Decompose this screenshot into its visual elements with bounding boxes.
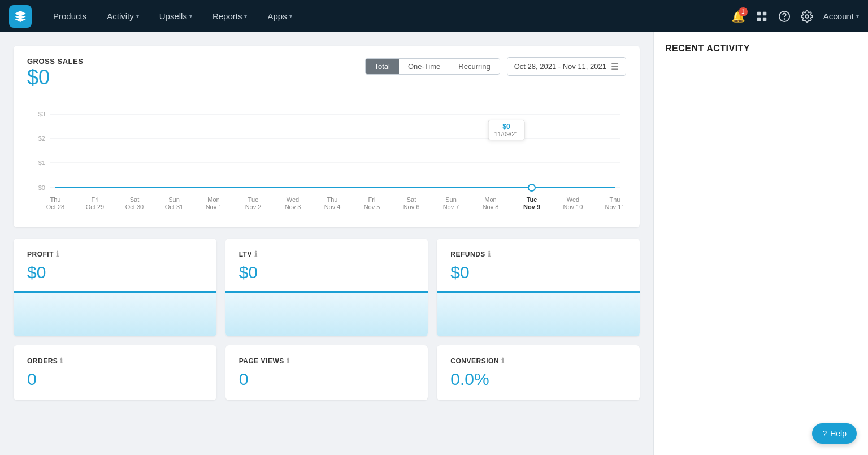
metrics-row: PROFIT ℹ $0 LTV ℹ $0 REFUNDS ℹ $0 xyxy=(14,239,640,336)
ltv-chart xyxy=(225,291,428,336)
grid-icon-button[interactable] xyxy=(756,10,768,23)
svg-text:Nov 8: Nov 8 xyxy=(483,203,499,210)
svg-text:Oct 30: Oct 30 xyxy=(125,203,144,210)
svg-text:Wed: Wed xyxy=(567,196,579,203)
nav-items: Products Activity ▾ Upsells ▾ Reports ▾ … xyxy=(43,0,731,32)
account-menu-button[interactable]: Account ▾ xyxy=(823,11,859,21)
chart-area: $3 $2 $1 $0 Thu Oct 28 Fri Oct 29 Sat Oc… xyxy=(27,103,626,216)
nav-item-apps[interactable]: Apps ▾ xyxy=(257,0,302,32)
nav-item-activity[interactable]: Activity ▾ xyxy=(97,0,149,32)
svg-text:Wed: Wed xyxy=(287,196,299,203)
tab-total[interactable]: Total xyxy=(366,59,399,74)
svg-text:Oct 31: Oct 31 xyxy=(165,203,183,210)
help-label: Help xyxy=(830,429,847,438)
settings-icon-button[interactable] xyxy=(801,10,813,23)
menu-lines-icon: ☰ xyxy=(611,61,619,72)
svg-text:Nov 5: Nov 5 xyxy=(364,203,380,210)
sidebar-right: RECENT ACTIVITY xyxy=(653,32,868,455)
orders-row: ORDERS ℹ 0 PAGE VIEWS ℹ 0 CONVERSION ℹ 0… xyxy=(14,345,640,400)
svg-text:Nov 7: Nov 7 xyxy=(443,203,459,210)
dashboard: GROSS SALES $0 Total One-Time Recurring … xyxy=(0,32,653,455)
nav-item-upsells[interactable]: Upsells ▾ xyxy=(149,0,202,32)
header-controls: Total One-Time Recurring Oct 28, 2021 - … xyxy=(365,57,626,76)
svg-text:Nov 1: Nov 1 xyxy=(206,203,222,210)
ltv-label: LTV ℹ xyxy=(239,250,415,258)
help-circle-icon: ? xyxy=(822,429,827,438)
orders-label: ORDERS ℹ xyxy=(27,357,203,365)
svg-text:Sat: Sat xyxy=(130,196,140,203)
logo-icon xyxy=(14,10,27,23)
profit-chart xyxy=(14,291,216,336)
chevron-down-icon: ▾ xyxy=(289,13,292,19)
svg-text:Nov 3: Nov 3 xyxy=(285,203,301,210)
conversion-value: 0.0% xyxy=(450,370,626,389)
help-icon-button[interactable] xyxy=(778,10,791,23)
grid-icon xyxy=(756,10,768,23)
profit-label: PROFIT ℹ xyxy=(27,250,203,258)
profit-card: PROFIT ℹ $0 xyxy=(14,239,216,336)
conversion-card: CONVERSION ℹ 0.0% xyxy=(437,345,640,400)
svg-rect-1 xyxy=(763,11,766,15)
date-range-button[interactable]: Oct 28, 2021 - Nov 11, 2021 ☰ xyxy=(507,57,626,76)
card-header: GROSS SALES $0 Total One-Time Recurring … xyxy=(27,57,626,98)
svg-text:Sun: Sun xyxy=(168,196,180,203)
svg-text:Tue: Tue xyxy=(527,196,537,203)
help-button[interactable]: ? Help xyxy=(812,423,857,444)
chevron-down-icon: ▾ xyxy=(244,13,247,19)
svg-text:Fri: Fri xyxy=(368,196,376,203)
gross-sales-card: GROSS SALES $0 Total One-Time Recurring … xyxy=(14,46,640,227)
svg-rect-0 xyxy=(757,11,761,15)
svg-text:Oct 28: Oct 28 xyxy=(46,203,64,210)
svg-text:Nov 11: Nov 11 xyxy=(605,203,625,210)
svg-text:$0: $0 xyxy=(38,184,45,191)
svg-text:Mon: Mon xyxy=(484,196,496,203)
refunds-value: $0 xyxy=(450,263,626,282)
refunds-label: REFUNDS ℹ xyxy=(450,250,626,258)
refunds-chart xyxy=(437,291,640,336)
page-views-label: PAGE VIEWS ℹ xyxy=(239,357,415,365)
svg-text:Sat: Sat xyxy=(407,196,416,203)
nav-item-products[interactable]: Products xyxy=(43,0,97,32)
info-icon[interactable]: ℹ xyxy=(488,250,491,258)
info-icon[interactable]: ℹ xyxy=(501,357,505,365)
profit-value: $0 xyxy=(27,263,203,282)
svg-rect-2 xyxy=(757,17,761,20)
tab-one-time[interactable]: One-Time xyxy=(399,59,449,74)
orders-value: 0 xyxy=(27,370,203,389)
orders-card: ORDERS ℹ 0 xyxy=(14,345,216,400)
data-point xyxy=(528,184,535,191)
svg-point-5 xyxy=(784,19,784,19)
page-views-card: PAGE VIEWS ℹ 0 xyxy=(225,345,428,400)
svg-text:Fri: Fri xyxy=(92,196,99,203)
date-range-text: Oct 28, 2021 - Nov 11, 2021 xyxy=(514,62,606,71)
info-icon[interactable]: ℹ xyxy=(56,250,59,258)
navbar: Products Activity ▾ Upsells ▾ Reports ▾ … xyxy=(0,0,868,32)
info-icon[interactable]: ℹ xyxy=(287,357,290,365)
svg-text:Mon: Mon xyxy=(207,196,219,203)
info-icon[interactable]: ℹ xyxy=(254,250,258,258)
svg-rect-3 xyxy=(763,17,766,20)
svg-text:Nov 9: Nov 9 xyxy=(523,203,540,210)
svg-text:Nov 6: Nov 6 xyxy=(403,203,420,210)
info-icon[interactable]: ℹ xyxy=(60,357,63,365)
svg-text:Oct 29: Oct 29 xyxy=(86,203,104,210)
chevron-down-icon: ▾ xyxy=(136,13,139,19)
notification-badge: 1 xyxy=(739,7,748,16)
nav-right: 🔔 1 Account ▾ xyxy=(731,10,859,23)
gross-sales-label: GROSS SALES xyxy=(27,57,83,66)
svg-text:Sun: Sun xyxy=(445,196,457,203)
svg-text:Tue: Tue xyxy=(248,196,259,203)
chevron-down-icon: ▾ xyxy=(856,13,859,19)
svg-text:Thu: Thu xyxy=(50,196,61,203)
logo[interactable] xyxy=(9,5,32,28)
svg-text:Thu: Thu xyxy=(610,196,620,203)
sales-chart: $3 $2 $1 $0 Thu Oct 28 Fri Oct 29 Sat Oc… xyxy=(27,103,626,216)
notification-bell-button[interactable]: 🔔 1 xyxy=(731,10,745,23)
gear-icon xyxy=(801,10,813,23)
svg-text:Thu: Thu xyxy=(327,196,338,203)
ltv-value: $0 xyxy=(239,263,415,282)
view-tabs: Total One-Time Recurring xyxy=(365,58,500,75)
nav-item-reports[interactable]: Reports ▾ xyxy=(202,0,258,32)
tab-recurring[interactable]: Recurring xyxy=(449,59,499,74)
svg-text:Nov 4: Nov 4 xyxy=(324,203,341,210)
